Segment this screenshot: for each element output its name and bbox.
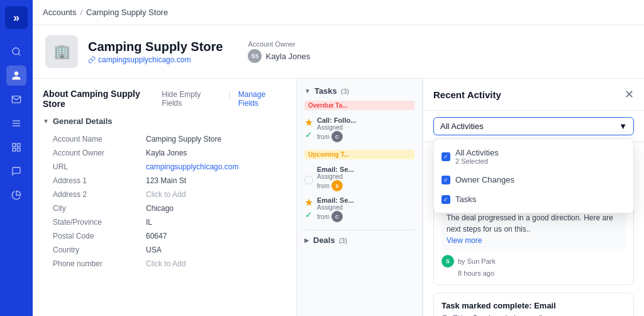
field-address2: Address 2 Click to Add xyxy=(53,188,286,201)
account-url[interactable]: campingsupplychicago.com xyxy=(88,55,223,64)
card1-note-text: The deal progressed in a good direction.… xyxy=(447,213,613,234)
about-actions: Hide Empty Fields | Manage Fields xyxy=(162,90,286,108)
field-value-address2[interactable]: Click to Add xyxy=(146,190,286,199)
sidebar-item-reports[interactable] xyxy=(6,113,26,133)
unchecked-2[interactable] xyxy=(304,176,313,184)
tasks-header[interactable]: ▼ Tasks (3) xyxy=(304,86,414,96)
svg-rect-8 xyxy=(17,148,20,151)
tasks-chevron-icon: ▼ xyxy=(304,87,311,94)
tasks-count: (3) xyxy=(341,87,349,95)
owner-avatar: SS xyxy=(248,49,262,63)
activity-title: Recent Activity xyxy=(433,89,501,100)
owner-section: Account Owner SS Kayla Jones xyxy=(248,40,310,63)
link-icon xyxy=(88,56,96,64)
task-assigned-3: Assigned xyxy=(317,204,354,211)
sidebar-item-search[interactable] xyxy=(6,42,26,62)
sidebar: » xyxy=(0,0,33,316)
filter-option-all-text: All Activities 2 Selected xyxy=(455,148,499,165)
sidebar-item-pie[interactable] xyxy=(6,185,26,205)
filter-select[interactable]: All Activities ▼ xyxy=(433,117,634,135)
check-icon-3[interactable]: ✓ xyxy=(305,210,313,220)
field-value-state: IL xyxy=(146,218,286,227)
checkbox-all-icon: ✓ xyxy=(441,152,450,161)
filter-option-all[interactable]: ✓ All Activities 2 Selected xyxy=(434,143,633,170)
field-label-account-name: Account Name xyxy=(53,135,141,144)
deals-chevron-icon: ▶ xyxy=(304,237,309,244)
sidebar-item-analytics[interactable] xyxy=(6,137,26,157)
task-content-3: Email: Se... Assigned from C xyxy=(317,196,354,222)
field-label-address2: Address 2 xyxy=(53,190,141,199)
sidebar-item-chat[interactable] xyxy=(6,161,26,181)
deals-header[interactable]: ▶ Deals (3) xyxy=(304,230,414,245)
content-area: About Camping Supply Store Hide Empty Fi… xyxy=(33,79,644,316)
field-postal: Postal Code 60647 xyxy=(53,229,286,243)
filter-option-tasks[interactable]: ✓ Tasks xyxy=(434,189,633,209)
upcoming-label: Upcoming T... xyxy=(304,150,414,159)
sidebar-item-contacts[interactable] xyxy=(6,65,26,86)
svg-rect-7 xyxy=(13,148,16,151)
filter-dropdown-menu: ✓ All Activities 2 Selected ✓ Owner Chan… xyxy=(433,138,634,213)
card1-view-more[interactable]: View more xyxy=(447,236,482,245)
field-label-state: State/Province xyxy=(53,218,141,227)
field-state: State/Province IL xyxy=(53,215,286,229)
filter-option-owner[interactable]: ✓ Owner Changes xyxy=(434,170,633,189)
avatar-3: C xyxy=(331,211,343,222)
field-value-phone[interactable]: Click to Add xyxy=(146,259,286,268)
field-label-country: Country xyxy=(53,245,141,254)
activity-card-2: Task marked complete: Email Title: Send … xyxy=(433,293,634,316)
filter-chevron-icon: ▼ xyxy=(619,121,627,131)
deals-count: (3) xyxy=(339,237,347,244)
filter-all-sub: 2 Selected xyxy=(455,157,499,165)
account-info: Camping Supply Store campingsupplychicag… xyxy=(88,40,223,64)
breadcrumb-parent[interactable]: Accounts xyxy=(43,8,76,17)
card1-author: by Sun Park xyxy=(458,257,496,265)
task-from-2: from $ xyxy=(317,180,354,191)
svg-rect-5 xyxy=(13,144,16,147)
star-icon-1: ★ xyxy=(304,116,313,128)
task-title-3: Email: Se... xyxy=(317,196,354,204)
task-item-1: ★ ✓ Call: Follo... Assigned from C xyxy=(304,114,414,145)
tasks-panel: ▼ Tasks (3) Overdue Ta... ★ ✓ Call: Foll… xyxy=(297,79,423,316)
section-title: General Details xyxy=(53,116,113,126)
filter-area: All Activities ▼ ✓ All Activities 2 Sele… xyxy=(423,111,644,142)
svg-line-1 xyxy=(18,54,20,55)
task-item-2: Email: Se... Assigned from $ xyxy=(304,163,414,194)
task-assigned-2: Assigned xyxy=(317,173,354,180)
sidebar-logo[interactable]: » xyxy=(5,6,28,29)
task-title-1: Call: Follo... xyxy=(317,116,356,124)
general-details-section[interactable]: ▼ General Details xyxy=(43,116,286,126)
avatar-1: C xyxy=(331,131,343,142)
field-account-name: Account Name Camping Supply Store xyxy=(53,132,286,146)
field-city: City Chicago xyxy=(53,201,286,215)
owner-name: SS Kayla Jones xyxy=(248,49,310,63)
field-label-url: URL xyxy=(53,162,141,171)
sidebar-item-email[interactable] xyxy=(6,89,26,110)
check-icon-1[interactable]: ✓ xyxy=(305,130,313,140)
hide-empty-link[interactable]: Hide Empty Fields xyxy=(162,90,221,108)
task-item-3: ★ ✓ Email: Se... Assigned from C xyxy=(304,194,414,225)
filter-label: All Activities xyxy=(440,121,484,131)
account-header: 🏢 Camping Supply Store campingsupplychic… xyxy=(33,25,644,79)
avatar-2: $ xyxy=(331,180,343,191)
account-icon: 🏢 xyxy=(45,35,78,68)
close-button[interactable]: ✕ xyxy=(625,87,634,101)
field-country: Country USA xyxy=(53,243,286,257)
task-assigned-1: Assigned xyxy=(317,124,356,131)
filter-owner-label: Owner Changes xyxy=(455,175,514,184)
activity-header: Recent Activity ✕ xyxy=(423,79,644,111)
fields-list: Account Name Camping Supply Store Accoun… xyxy=(43,132,286,271)
field-value-account-name: Camping Supply Store xyxy=(146,135,286,144)
manage-fields-link[interactable]: Manage Fields xyxy=(238,90,286,108)
account-url-text: campingsupplychicago.com xyxy=(98,55,191,64)
field-label-city: City xyxy=(53,204,141,213)
task-content-2: Email: Se... Assigned from $ xyxy=(317,166,354,191)
field-value-url[interactable]: campingsupplychicago.com xyxy=(146,162,286,171)
field-address1: Address 1 123 Main St xyxy=(53,174,286,188)
field-account-owner: Account Owner Kayla Jones xyxy=(53,146,286,160)
field-url: URL campingsupplychicago.com xyxy=(53,160,286,174)
field-value-country: USA xyxy=(146,245,286,254)
star-icon-3: ★ xyxy=(304,196,313,208)
card1-note: The deal progressed in a good direction.… xyxy=(441,207,626,251)
card1-meta: S by Sun Park xyxy=(441,255,626,268)
task-from-3: from C xyxy=(317,211,354,222)
